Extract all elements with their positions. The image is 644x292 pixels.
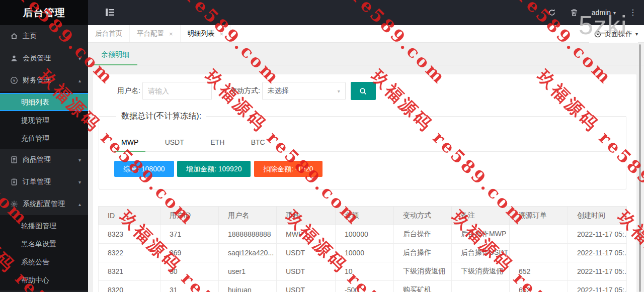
vertical-scrollbar[interactable] <box>639 44 641 292</box>
table-row: 832031huiruanUSDT-500购买矿机6522022-11-17 0… <box>99 281 627 292</box>
cell: 652 <box>510 281 568 292</box>
sidebar-item-orders[interactable]: 订单管理 ▾ <box>0 171 88 193</box>
page-actions-label: 页面操作 <box>604 30 632 39</box>
cell: 31 <box>160 281 219 292</box>
main-content: 后台首页 平台配置 × 明细列表 × 页面操作 ▾ 余额明细 用户名: 变动方式… <box>88 25 644 292</box>
sidebar-item-system-config[interactable]: 系统配置管理 ▴ <box>0 193 88 215</box>
chevron-down-icon: ▾ <box>613 10 616 16</box>
balance-detail-card: 用户名: 变动方式: 未选择 ▾ 数据总计(不计算冻结): MWP USDT E… <box>93 74 636 292</box>
page-actions-dropdown[interactable]: 页面操作 ▾ <box>589 25 638 43</box>
sidebar-item-members[interactable]: 会员管理 ▾ <box>0 47 88 69</box>
col-method: 变动方式 <box>394 207 452 225</box>
method-select-value: 未选择 <box>268 86 289 95</box>
sidebar-item-carousel[interactable]: 轮播图管理 <box>0 217 88 235</box>
tabbar: 后台首页 平台配置 × 明细列表 × 页面操作 ▾ <box>88 25 644 43</box>
search-icon <box>358 86 368 96</box>
sidebar-item-home[interactable]: 主页 <box>0 25 88 47</box>
sidebar-item-withdraw[interactable]: 提现管理 <box>0 111 88 129</box>
sidebar-item-goods[interactable]: 商品管理 ▾ <box>0 149 88 171</box>
tab-platform-config[interactable]: 平台配置 × <box>130 25 181 42</box>
cell: 369 <box>160 244 219 262</box>
subtab-balance-detail[interactable]: 余额明细 <box>93 44 137 65</box>
col-user-id: 用户ID <box>160 207 219 225</box>
cell: -500 <box>336 281 394 292</box>
system-submenu: 轮播图管理 黑名单设置 系统公告 帮助中心 <box>0 215 88 290</box>
close-icon[interactable]: × <box>169 30 173 38</box>
col-amount: 金额 <box>336 207 394 225</box>
cell: 2022-11-17 05:... <box>568 262 627 281</box>
cell: 18888888888 <box>219 225 277 244</box>
method-label: 变动方式: <box>230 86 260 95</box>
sidebar-item-recharge[interactable]: 充值管理 <box>0 129 88 147</box>
sidebar-item-detail-list[interactable]: 明细列表 <box>0 93 88 111</box>
sidebar-item-label: 主页 <box>23 32 37 41</box>
col-remark: 备注 <box>452 207 510 225</box>
cell: 371 <box>160 225 219 244</box>
tab-label: 明细列表 <box>188 29 215 38</box>
cell: 8323 <box>99 225 160 244</box>
coin-tab-mwp[interactable]: MWP <box>114 134 145 152</box>
cell: 10000 <box>336 244 394 262</box>
chevron-down-icon: ▾ <box>78 179 81 185</box>
refresh-icon[interactable] <box>547 8 556 17</box>
summary-title: 数据总计(不计算冻结): <box>116 111 206 122</box>
cell: huiruan <box>219 281 277 292</box>
close-icon[interactable]: × <box>220 30 224 38</box>
sidebar-item-label: 会员管理 <box>23 54 51 63</box>
home-icon <box>10 32 18 40</box>
sidebar-item-label: 系统配置管理 <box>23 200 65 209</box>
subtab-strip: 余额明细 <box>88 43 644 66</box>
sidebar-item-blacklist[interactable]: 黑名单设置 <box>0 235 88 253</box>
finance-submenu: 明细列表 提现管理 充值管理 <box>0 91 88 149</box>
app-logo: 后台管理 <box>0 0 88 25</box>
col-coin: 币种 <box>277 207 336 225</box>
sidebar-item-label: 财务管理 <box>23 76 51 85</box>
goods-icon <box>10 156 18 164</box>
sidebar-collapse-icon[interactable] <box>106 9 114 18</box>
chevron-down-icon: ▾ <box>78 157 81 163</box>
cell: 后台操作MWP <box>452 225 510 244</box>
admin-menu[interactable]: admin ▾ <box>592 9 616 17</box>
summary-badges: 综合: 108000 增加金额: 109920 扣除金额: -1920 <box>114 161 611 177</box>
sidebar-item-announcement[interactable]: 系统公告 <box>0 253 88 271</box>
search-button[interactable] <box>351 82 376 100</box>
sidebar: 主页 会员管理 ▾ ¥ 财务管理 ▴ 明细列表 提现管理 充值管理 商品管理 ▾… <box>0 25 88 292</box>
summary-fieldset: 数据总计(不计算冻结): MWP USDT ETH BTC 综合: 108000… <box>99 111 626 189</box>
cell <box>452 281 510 292</box>
admin-label: admin <box>592 9 611 17</box>
table-row: 832337118888888888MWP100000后台操作后台操作MWP20… <box>99 225 627 244</box>
coin-tab-usdt[interactable]: USDT <box>158 134 191 152</box>
tab-home[interactable]: 后台首页 <box>88 25 130 42</box>
cell: 30 <box>160 262 219 281</box>
tab-label: 后台首页 <box>95 29 122 38</box>
cell: user1 <box>219 262 277 281</box>
col-created-at: 创建时间 <box>568 207 627 225</box>
orders-icon <box>10 178 18 186</box>
coin-tab-btc[interactable]: BTC <box>244 134 272 152</box>
chevron-up-icon: ▴ <box>78 78 81 83</box>
sidebar-item-help-center[interactable]: 帮助中心 <box>0 271 88 289</box>
cell: USDT <box>277 244 336 262</box>
svg-text:¥: ¥ <box>13 78 16 83</box>
col-trace-order: 溯源订单 <box>510 207 568 225</box>
cell <box>510 244 568 262</box>
kebab-menu-icon[interactable]: ⋮ <box>629 9 637 17</box>
cell: 下级消费返佣 <box>452 262 510 281</box>
method-select[interactable]: 未选择 ▾ <box>262 82 346 100</box>
col-username: 用户名 <box>219 207 277 225</box>
sidebar-item-finance[interactable]: ¥ 财务管理 ▴ <box>0 69 88 91</box>
cell: 下级消费返佣 <box>394 262 452 281</box>
chevron-down-icon: ▾ <box>635 31 638 37</box>
cell: MWP <box>277 225 336 244</box>
tab-detail-list[interactable]: 明细列表 × <box>181 25 231 42</box>
username-input[interactable] <box>142 82 212 100</box>
total-badge: 综合: 108000 <box>114 161 174 177</box>
filter-row: 用户名: 变动方式: 未选择 ▾ <box>93 74 636 100</box>
topbar: admin ▾ ⋮ <box>88 0 644 25</box>
chevron-up-icon: ▴ <box>78 202 81 207</box>
deduct-badge: 扣除金额: -1920 <box>254 161 323 177</box>
trash-icon[interactable] <box>570 8 579 17</box>
coin-tabs: MWP USDT ETH BTC <box>114 134 611 152</box>
table-row: 8322369saqi12ka420...USDT10000后台操作后台操作US… <box>99 244 627 262</box>
coin-tab-eth[interactable]: ETH <box>203 134 231 152</box>
